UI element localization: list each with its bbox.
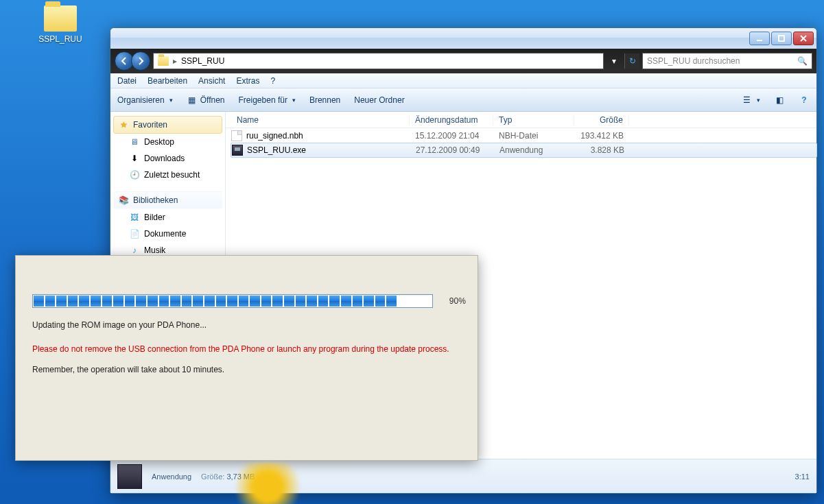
details-pane: Anwendung Größe: 3,73 MB 3:11	[110, 459, 816, 493]
file-type: NBH-Datei	[493, 131, 574, 141]
music-icon: ♪	[129, 245, 140, 256]
details-type: Anwendung	[152, 472, 191, 481]
nav-header-libraries[interactable]: 📚 Bibliotheken	[113, 191, 222, 209]
svg-rect-0	[757, 40, 762, 41]
preview-pane-icon: ◧	[774, 95, 785, 106]
documents-icon: 📄	[129, 228, 140, 239]
column-header-row: Name Änderungsdatum Typ Größe	[226, 112, 816, 128]
pictures-icon: 🖼	[129, 212, 140, 223]
desktop-folder-shortcut[interactable]: SSPL_RUU	[33, 5, 88, 44]
svg-rect-1	[779, 36, 784, 41]
details-time-fragment: 3:11	[795, 472, 810, 481]
progress-segment	[56, 296, 67, 307]
progress-segment	[204, 296, 215, 307]
progress-segment	[79, 296, 90, 307]
progress-segment	[341, 296, 352, 307]
progress-segment	[68, 296, 79, 307]
menu-extras[interactable]: Extras	[236, 76, 259, 86]
details-thumbnail-icon	[117, 464, 142, 489]
file-size: 3.828 KB	[575, 145, 630, 155]
titlebar[interactable]	[110, 28, 816, 49]
refresh-button[interactable]: ↻	[624, 53, 639, 69]
details-size-value: 3,73 MB	[226, 472, 255, 481]
breadcrumb-current[interactable]: SSPL_RUU	[181, 56, 224, 66]
desktop-icon-label: SSPL_RUU	[33, 34, 88, 44]
navigation-bar: ▸ SSPL_RUU ▾ ↻ SSPL_RUU durchsuchen 🔍	[110, 49, 816, 73]
toolbar-organize[interactable]: Organisieren	[117, 95, 173, 105]
menu-help[interactable]: ?	[270, 76, 275, 86]
nav-item-pictures[interactable]: 🖼 Bilder	[113, 209, 222, 226]
nav-header-favorites[interactable]: ★ Favoriten	[113, 116, 222, 134]
column-header-name[interactable]: Name	[231, 115, 410, 125]
progress-segment	[307, 296, 318, 307]
search-input[interactable]: SSPL_RUU durchsuchen 🔍	[642, 53, 812, 69]
nav-item-label: Bilder	[144, 213, 165, 222]
close-button[interactable]	[793, 32, 814, 45]
view-icon: ☰	[741, 95, 752, 106]
progress-segment	[91, 296, 102, 307]
progress-segment	[193, 296, 204, 307]
progress-segment	[284, 296, 295, 307]
progress-segment	[329, 296, 340, 307]
forward-button[interactable]	[131, 51, 150, 71]
toolbar-open[interactable]: ▦ Öffnen	[187, 95, 225, 106]
file-row[interactable]: SSPL_RUU.exe27.12.2009 00:49Anwendung3.8…	[231, 143, 817, 158]
progress-segment	[136, 296, 147, 307]
toolbar-view-mode[interactable]: ☰	[741, 95, 760, 106]
open-icon: ▦	[187, 95, 198, 106]
progress-segment	[296, 296, 307, 307]
minimize-button[interactable]	[749, 32, 770, 45]
downloads-icon: ⬇	[129, 153, 140, 164]
progress-segment	[34, 296, 45, 307]
menu-datei[interactable]: Datei	[117, 76, 137, 86]
address-dropdown[interactable]: ▾	[607, 53, 622, 69]
star-icon: ★	[118, 119, 129, 130]
progress-segment	[45, 296, 56, 307]
progress-dialog: 90% Updating the ROM image on your PDA P…	[15, 255, 478, 461]
toolbar-new-folder[interactable]: Neuer Ordner	[354, 95, 404, 105]
nav-item-label: Downloads	[144, 154, 185, 163]
menu-bearbeiten[interactable]: Bearbeiten	[148, 76, 187, 86]
column-header-date[interactable]: Änderungsdatum	[410, 115, 493, 125]
progress-percent: 90%	[449, 296, 466, 306]
column-header-size[interactable]: Größe	[574, 115, 629, 125]
progress-warning: Please do not remove the USB connection …	[32, 344, 461, 355]
progress-segment	[250, 296, 261, 307]
search-placeholder: SSPL_RUU durchsuchen	[647, 56, 740, 66]
nav-item-downloads[interactable]: ⬇ Downloads	[113, 150, 222, 167]
help-icon: ?	[799, 95, 810, 106]
nav-item-desktop[interactable]: 🖥 Desktop	[113, 134, 222, 150]
progress-segment	[227, 296, 238, 307]
file-icon	[231, 130, 242, 141]
progress-segment	[375, 296, 386, 307]
file-row[interactable]: ruu_signed.nbh15.12.2009 21:04NBH-Datei1…	[226, 128, 816, 143]
toolbar: Organisieren ▦ Öffnen Freigeben für Bren…	[110, 88, 816, 112]
progress-segment	[386, 296, 397, 307]
progress-segment	[148, 296, 158, 307]
progress-segment	[272, 296, 283, 307]
progress-segment	[159, 296, 170, 307]
toolbar-help[interactable]: ?	[799, 95, 810, 106]
nav-item-recent[interactable]: 🕘 Zuletzt besucht	[113, 167, 222, 183]
file-type: Anwendung	[494, 145, 575, 155]
search-icon[interactable]: 🔍	[797, 56, 808, 66]
toolbar-burn[interactable]: Brennen	[309, 95, 340, 105]
nav-item-documents[interactable]: 📄 Dokumente	[113, 226, 222, 242]
progress-segment	[261, 296, 272, 307]
progress-segment	[353, 296, 364, 307]
maximize-button[interactable]	[771, 32, 792, 45]
address-bar[interactable]: ▸ SSPL_RUU	[153, 53, 604, 69]
progress-note: Remember, the operation will take about …	[32, 365, 461, 374]
nav-item-label: Musik	[144, 245, 165, 255]
toolbar-preview-pane[interactable]: ◧	[774, 95, 785, 106]
column-header-type[interactable]: Typ	[493, 115, 574, 125]
toolbar-share[interactable]: Freigeben für	[239, 95, 296, 105]
menu-ansicht[interactable]: Ansicht	[198, 76, 225, 86]
progress-segment	[216, 296, 227, 307]
menu-bar: Datei Bearbeiten Ansicht Extras ?	[110, 73, 816, 88]
file-name: SSPL_RUU.exe	[247, 145, 306, 155]
progress-segment	[113, 296, 124, 307]
toolbar-open-label: Öffnen	[200, 95, 225, 105]
progress-status: Updating the ROM image on your PDA Phone…	[32, 320, 461, 330]
progress-segment	[239, 296, 250, 307]
